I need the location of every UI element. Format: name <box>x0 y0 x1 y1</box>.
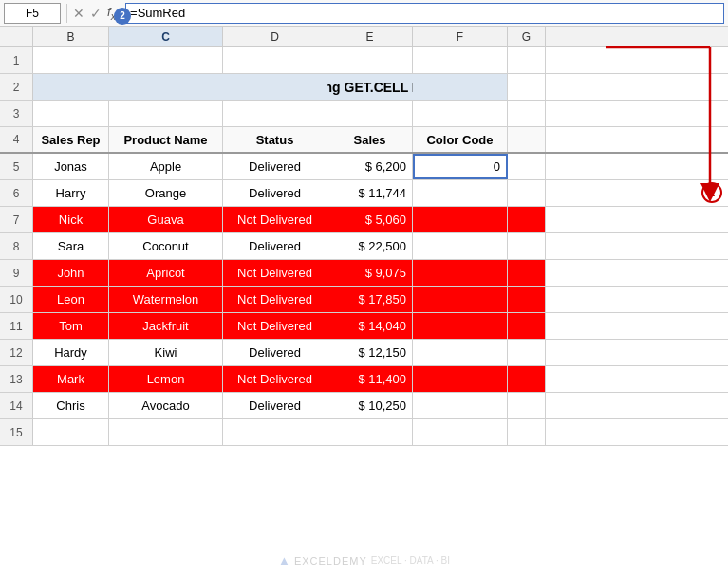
cell-c9-product[interactable]: Apricot <box>109 260 223 286</box>
header-sales-rep[interactable]: Sales Rep <box>33 127 109 152</box>
col-header-g[interactable]: G <box>508 27 546 46</box>
cell-d1[interactable] <box>223 47 327 73</box>
cell-g10[interactable] <box>508 287 546 312</box>
cell-g12[interactable] <box>508 340 546 365</box>
cell-e12-sales[interactable]: $ 12,150 <box>327 340 413 365</box>
cell-title-c[interactable] <box>109 74 223 100</box>
cell-f3[interactable] <box>413 101 508 126</box>
row-6: 6 Harry Orange Delivered $ 11,744 <box>0 180 728 207</box>
cell-g1[interactable] <box>508 47 546 73</box>
cell-g2[interactable] <box>508 74 546 100</box>
cell-c13-product[interactable]: Lemon <box>109 366 223 392</box>
cell-b13-sales-rep[interactable]: Mark <box>33 366 109 392</box>
col-header-c[interactable]: C <box>109 27 223 46</box>
cell-b6-sales-rep[interactable]: Harry <box>33 180 109 206</box>
cell-b7-sales-rep[interactable]: Nick <box>33 207 109 232</box>
cell-d14-status[interactable]: Delivered <box>223 393 327 418</box>
cell-e6-sales[interactable]: $ 11,744 <box>327 180 413 206</box>
cell-d12-status[interactable]: Delivered <box>223 340 327 365</box>
cell-c8-product[interactable]: Coconut <box>109 233 223 259</box>
cell-b14-sales-rep[interactable]: Chris <box>33 393 109 418</box>
col-header-f[interactable]: F <box>413 27 508 46</box>
cell-b10-sales-rep[interactable]: Leon <box>33 287 109 312</box>
cell-c1[interactable] <box>109 47 223 73</box>
row-num-5: 5 <box>0 154 33 179</box>
cell-f14-colorcode[interactable] <box>413 393 508 418</box>
cell-e8-sales[interactable]: $ 22,500 <box>327 233 413 259</box>
cell-e7-sales[interactable]: $ 5,060 <box>327 207 413 232</box>
cell-f10-colorcode[interactable] <box>413 287 508 312</box>
cell-d15[interactable] <box>223 419 327 445</box>
cell-d11-status[interactable]: Not Delivered <box>223 313 327 339</box>
cell-title-d[interactable] <box>223 74 327 100</box>
cell-d6-status[interactable]: Delivered <box>223 180 327 206</box>
cell-c11-product[interactable]: Jackfruit <box>109 313 223 339</box>
cell-reference-box[interactable]: F5 <box>4 3 61 24</box>
cell-e10-sales[interactable]: $ 17,850 <box>327 287 413 312</box>
cell-f11-colorcode[interactable] <box>413 313 508 339</box>
cell-c3[interactable] <box>109 101 223 126</box>
cell-d7-status[interactable]: Not Delivered <box>223 207 327 232</box>
cell-g8[interactable] <box>508 233 546 259</box>
cell-g14[interactable] <box>508 393 546 418</box>
cell-g11[interactable] <box>508 313 546 339</box>
formula-input[interactable] <box>125 3 724 24</box>
cell-g9[interactable] <box>508 260 546 286</box>
cell-e3[interactable] <box>327 101 413 126</box>
cell-b15[interactable] <box>33 419 109 445</box>
cell-f12-colorcode[interactable] <box>413 340 508 365</box>
cell-b1[interactable] <box>33 47 109 73</box>
cell-f9-colorcode[interactable] <box>413 260 508 286</box>
cell-f13-colorcode[interactable] <box>413 366 508 392</box>
cell-b11-sales-rep[interactable]: Tom <box>33 313 109 339</box>
cell-b5-sales-rep[interactable]: Jonas <box>33 154 109 179</box>
cell-f5-colorcode[interactable]: 0 <box>413 154 508 179</box>
col-header-e[interactable]: E <box>327 27 413 46</box>
col-header-b[interactable]: B <box>33 27 109 46</box>
cell-c10-product[interactable]: Watermelon <box>109 287 223 312</box>
cell-d10-status[interactable]: Not Delivered <box>223 287 327 312</box>
cell-c6-product[interactable]: Orange <box>109 180 223 206</box>
cell-f1[interactable] <box>413 47 508 73</box>
cell-g5[interactable] <box>508 154 546 179</box>
cell-g4[interactable] <box>508 127 546 152</box>
cell-g3[interactable] <box>508 101 546 126</box>
cell-d5-status[interactable]: Delivered <box>223 154 327 179</box>
col-header-d[interactable]: D <box>223 27 327 46</box>
cell-d3[interactable] <box>223 101 327 126</box>
cell-g15[interactable] <box>508 419 546 445</box>
header-status[interactable]: Status <box>223 127 327 152</box>
cell-c14-product[interactable]: Avocado <box>109 393 223 418</box>
header-sales[interactable]: Sales <box>327 127 413 152</box>
cell-f6-colorcode[interactable] <box>413 180 508 206</box>
cell-b9-sales-rep[interactable]: John <box>33 260 109 286</box>
cell-c12-product[interactable]: Kiwi <box>109 340 223 365</box>
cell-title[interactable] <box>33 74 109 100</box>
cell-f8-colorcode[interactable] <box>413 233 508 259</box>
cell-title-f[interactable] <box>413 74 508 100</box>
cell-title-e[interactable]: Employing GET.CELL Function <box>327 74 413 100</box>
cell-e9-sales[interactable]: $ 9,075 <box>327 260 413 286</box>
cell-d13-status[interactable]: Not Delivered <box>223 366 327 392</box>
header-product-name[interactable]: Product Name <box>109 127 223 152</box>
cell-g13[interactable] <box>508 366 546 392</box>
cell-e13-sales[interactable]: $ 11,400 <box>327 366 413 392</box>
cell-g7[interactable] <box>508 207 546 232</box>
cell-b12-sales-rep[interactable]: Hardy <box>33 340 109 365</box>
cell-f7-colorcode[interactable] <box>413 207 508 232</box>
header-color-code[interactable]: Color Code <box>413 127 508 152</box>
cell-e1[interactable] <box>327 47 413 73</box>
cell-b8-sales-rep[interactable]: Sara <box>33 233 109 259</box>
cell-g6[interactable] <box>508 180 546 206</box>
cell-c15[interactable] <box>109 419 223 445</box>
cell-d9-status[interactable]: Not Delivered <box>223 260 327 286</box>
cell-f15[interactable] <box>413 419 508 445</box>
cell-d8-status[interactable]: Delivered <box>223 233 327 259</box>
cell-e11-sales[interactable]: $ 14,040 <box>327 313 413 339</box>
cell-b3[interactable] <box>33 101 109 126</box>
cell-e15[interactable] <box>327 419 413 445</box>
cell-e14-sales[interactable]: $ 10,250 <box>327 393 413 418</box>
cell-c5-product[interactable]: Apple <box>109 154 223 179</box>
cell-e5-sales[interactable]: $ 6,200 <box>327 154 413 179</box>
cell-c7-product[interactable]: Guava <box>109 207 223 232</box>
